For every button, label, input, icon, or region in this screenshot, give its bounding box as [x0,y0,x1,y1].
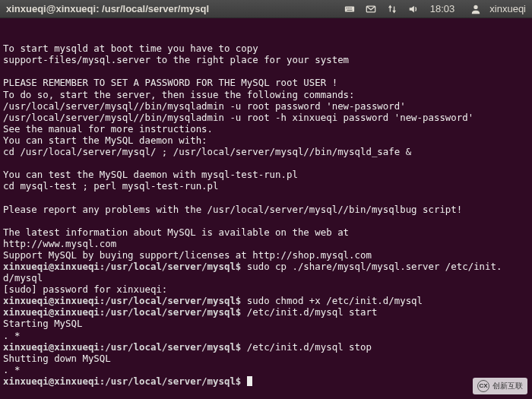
watermark-text: 创新互联 [492,380,523,391]
terminal-output: To start mysqld at boot time you have to… [3,31,529,387]
mail-icon[interactable] [365,3,377,15]
user-icon [470,3,482,15]
volume-icon[interactable] [407,3,420,15]
svg-rect-1 [346,8,347,8]
terminal[interactable]: To start mysqld at boot time you have to… [0,18,532,399]
username-label: xinxueqi [489,3,526,14]
network-updown-icon[interactable] [386,3,398,15]
svg-rect-0 [345,6,354,11]
watermark: CX 创新互联 [473,378,527,394]
user-menu[interactable]: xinxueqi [465,3,526,15]
cursor [247,376,252,386]
clock[interactable]: 18:03 [430,3,455,14]
keyboard-icon[interactable] [344,3,356,15]
window-title: xinxueqi@xinxueqi: /usr/local/server/mys… [6,3,209,14]
svg-rect-3 [350,8,352,8]
top-menubar: xinxueqi@xinxueqi: /usr/local/server/mys… [0,0,532,18]
svg-rect-4 [347,9,352,10]
svg-point-6 [474,5,478,8]
svg-rect-2 [348,8,350,8]
watermark-logo: CX [477,380,489,392]
